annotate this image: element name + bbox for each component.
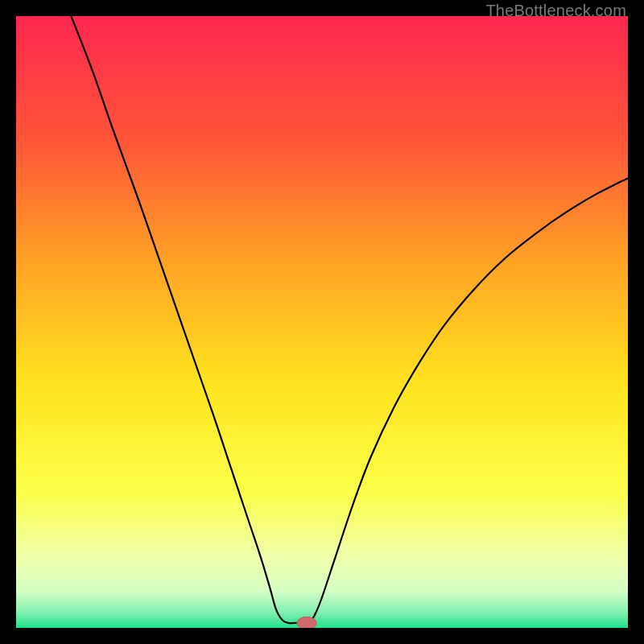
gradient-background bbox=[16, 16, 628, 628]
optimal-point-marker bbox=[297, 617, 316, 628]
chart-svg bbox=[16, 16, 628, 628]
plot-area bbox=[16, 16, 628, 628]
chart-frame: TheBottleneck.com bbox=[0, 0, 644, 644]
